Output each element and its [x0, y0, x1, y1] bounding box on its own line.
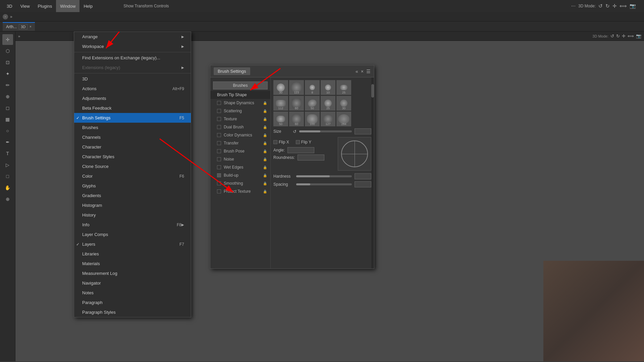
transfer-checkbox[interactable]: [217, 141, 221, 145]
menu-item-history[interactable]: History: [74, 210, 191, 220]
brush-thumb-13[interactable]: 100: [305, 112, 320, 126]
flip-y-checkbox[interactable]: [296, 140, 300, 144]
menu-item-materials[interactable]: Materials: [74, 259, 191, 268]
size-reset-icon[interactable]: ↺: [293, 129, 297, 134]
eraser-tool[interactable]: ◻: [2, 103, 13, 113]
color-dynamics-checkbox[interactable]: [217, 133, 221, 137]
brush-thumb-5[interactable]: 25: [336, 80, 351, 95]
menu-item-measurement-log[interactable]: Measurement Log: [74, 268, 191, 278]
type-tool[interactable]: T: [2, 148, 13, 159]
clone-stamp-tool[interactable]: ⊕: [2, 91, 13, 102]
menu-item-character-styles[interactable]: Character Styles: [74, 152, 191, 162]
scattering-item[interactable]: Scattering 🔒: [210, 107, 270, 115]
brush-thumb-6[interactable]: 112: [273, 96, 288, 111]
three-dots-btn[interactable]: ···: [571, 3, 576, 9]
hand-tool[interactable]: ✋: [2, 182, 13, 193]
inner-rotate-icon[interactable]: ↺: [610, 34, 614, 39]
inner-move-icon[interactable]: ✛: [622, 34, 626, 39]
texture-checkbox[interactable]: [217, 117, 221, 121]
menu-item-glyphs[interactable]: Glyphs: [74, 181, 191, 191]
brush-tool[interactable]: ✏: [2, 80, 13, 90]
menu-item-arrange[interactable]: Arrange ▶: [74, 32, 191, 42]
brush-panel-collapse-btn[interactable]: «: [356, 69, 358, 74]
color-dynamics-item[interactable]: Color Dynamics 🔒: [210, 131, 270, 139]
rotate-icon[interactable]: ↺: [598, 3, 603, 9]
menu-help[interactable]: Help: [79, 0, 97, 12]
roundness-input[interactable]: [298, 155, 324, 161]
menu-item-histogram[interactable]: Histogram: [74, 200, 191, 210]
smoothing-item[interactable]: Smoothing 🔒: [210, 179, 270, 187]
menu-item-workspace[interactable]: Workspace ▶: [74, 42, 191, 51]
dodge-tool[interactable]: ○: [2, 125, 13, 136]
brush-thumb-2[interactable]: 123: [289, 80, 304, 95]
pan3d-icon[interactable]: ⟺: [620, 3, 627, 9]
transfer-item[interactable]: Transfer 🔒: [210, 139, 270, 147]
brushes-preset-btn[interactable]: Brushes: [213, 81, 268, 89]
lasso-tool[interactable]: ⬡: [2, 46, 13, 56]
expand-panels-icon[interactable]: »: [10, 14, 12, 19]
brush-thumb-8[interactable]: 50: [305, 96, 320, 111]
size-slider[interactable]: [299, 130, 352, 132]
flip-x-checkbox[interactable]: [273, 140, 277, 144]
brush-thumb-14[interactable]: 127: [321, 112, 335, 126]
menu-window[interactable]: Window: [56, 0, 79, 12]
menu-item-paragraph-styles[interactable]: Paragraph Styles: [74, 307, 191, 317]
wet-edges-item[interactable]: Wet Edges 🔒: [210, 163, 270, 171]
brush-thumb-1[interactable]: 30: [273, 80, 288, 95]
brush-thumb-3[interactable]: 8: [305, 80, 320, 95]
brush-pose-item[interactable]: Brush Pose 🔒: [210, 147, 270, 155]
protect-texture-checkbox[interactable]: [217, 189, 221, 193]
menu-item-layer-comps[interactable]: Layer Comps: [74, 230, 191, 239]
scrollbar-thumb[interactable]: [371, 84, 374, 98]
protect-texture-item[interactable]: Protect Texture 🔒: [210, 187, 270, 195]
shape-dynamics-item[interactable]: Shape Dynamics 🔒: [210, 99, 270, 107]
menu-item-notes[interactable]: Notes: [74, 288, 191, 298]
size-value[interactable]: [355, 128, 371, 134]
brush-thumb-7[interactable]: 60: [289, 96, 304, 111]
rectangle-tool[interactable]: □: [2, 171, 13, 182]
noise-checkbox[interactable]: [217, 157, 221, 161]
spacing-slider[interactable]: [296, 183, 352, 185]
menu-plugins[interactable]: Plugins: [34, 0, 56, 12]
inner-refresh-icon[interactable]: ↻: [616, 34, 620, 39]
wet-edges-checkbox[interactable]: [217, 165, 221, 169]
inner-camera2-icon[interactable]: 📷: [636, 34, 641, 39]
noise-item[interactable]: Noise 🔒: [210, 155, 270, 163]
pen-tool[interactable]: ✒: [2, 137, 13, 147]
menu-item-channels[interactable]: Channels: [74, 132, 191, 142]
gradient-tool[interactable]: ▦: [2, 114, 13, 125]
crop-tool[interactable]: ⊡: [2, 57, 13, 68]
menu-item-character[interactable]: Character: [74, 142, 191, 152]
brush-panel-scrollbar[interactable]: [371, 77, 374, 268]
menu-item-brush-settings[interactable]: ✓ Brush Settings F5: [74, 113, 191, 123]
texture-item[interactable]: Texture 🔒: [210, 115, 270, 123]
brush-tip-shape-item[interactable]: Brush Tip Shape: [210, 91, 270, 99]
move3d-icon[interactable]: ✛: [612, 3, 617, 9]
menu-item-color[interactable]: Color F6: [74, 171, 191, 181]
camera-icon[interactable]: 📷: [630, 3, 636, 9]
brush-thumb-10[interactable]: 30: [336, 96, 351, 111]
brush-thumb-11[interactable]: 50: [273, 112, 288, 126]
brush-panel-menu-btn[interactable]: ☰: [366, 69, 371, 74]
expand-inner-icon[interactable]: »: [18, 34, 20, 38]
menu-3d[interactable]: 3D: [3, 0, 16, 12]
brush-thumb-12[interactable]: 60: [289, 112, 304, 126]
menu-item-navigator[interactable]: Navigator: [74, 278, 191, 288]
angle-input[interactable]: [287, 147, 314, 153]
healing-tool[interactable]: ✦: [2, 68, 13, 79]
scattering-checkbox[interactable]: [217, 109, 221, 113]
close-document-btn[interactable]: ×: [3, 14, 8, 19]
menu-item-info[interactable]: Info F8 ▶: [74, 220, 191, 230]
refresh-icon[interactable]: ↻: [605, 3, 610, 9]
hardness-slider[interactable]: [296, 175, 352, 177]
inner-pan-icon[interactable]: ⟺: [628, 34, 634, 39]
zoom-tool[interactable]: ⊕: [2, 194, 13, 204]
menu-item-actions[interactable]: Actions Alt+F9: [74, 84, 191, 94]
menu-item-clone-source[interactable]: Clone Source: [74, 162, 191, 171]
menu-item-brushes[interactable]: Brushes: [74, 123, 191, 132]
brush-pose-checkbox[interactable]: [217, 149, 221, 153]
brush-panel-title-tab[interactable]: Brush Settings: [214, 67, 250, 75]
menu-item-libraries[interactable]: Libraries: [74, 249, 191, 259]
menu-item-gradients[interactable]: Gradients: [74, 191, 191, 200]
close-tab-icon[interactable]: ×: [30, 25, 32, 28]
